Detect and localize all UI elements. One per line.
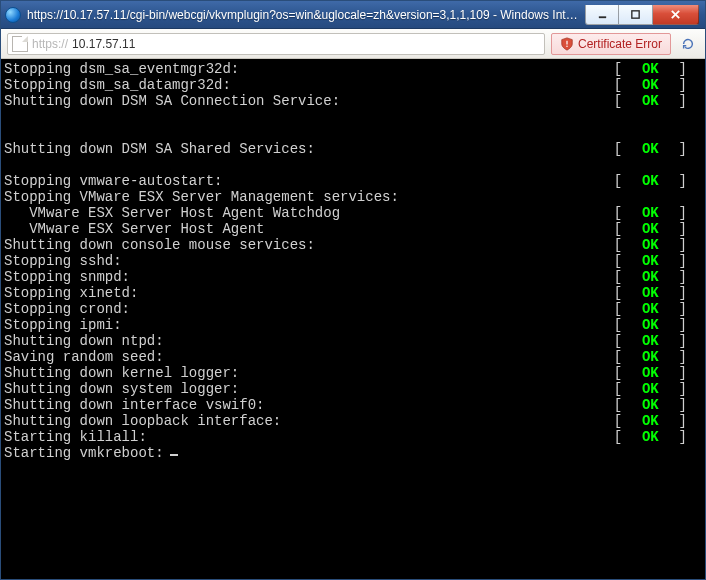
browser-toolbar: https:// 10.17.57.11 Certificate Error xyxy=(1,29,705,59)
terminal-text: Shutting down console mouse services: xyxy=(4,237,315,253)
terminal-text: Shutting down interface vswif0: xyxy=(4,397,264,413)
terminal-text: Stopping dsm_sa_eventmgr32d: xyxy=(4,61,239,77)
refresh-button[interactable] xyxy=(677,33,699,55)
svg-rect-1 xyxy=(632,10,639,17)
terminal-text: Stopping xinetd: xyxy=(4,285,138,301)
terminal-text: Shutting down loopback interface: xyxy=(4,413,281,429)
ie-icon xyxy=(5,7,21,23)
terminal-cursor xyxy=(170,454,178,456)
terminal-text: VMware ESX Server Host Agent Watchdog xyxy=(4,205,340,221)
terminal-line: Shutting down loopback interface:[ OK ] xyxy=(4,413,701,429)
terminal-status: [ OK ] xyxy=(614,429,701,445)
terminal-text: Stopping dsm_sa_datamgr32d: xyxy=(4,77,231,93)
terminal-status: [ OK ] xyxy=(614,141,701,157)
terminal-text xyxy=(4,125,12,141)
url-host: 10.17.57.11 xyxy=(72,37,135,51)
terminal-text: Saving random seed: xyxy=(4,349,164,365)
terminal-text: Shutting down system logger: xyxy=(4,381,239,397)
terminal-line: Stopping crond:[ OK ] xyxy=(4,301,701,317)
window-title: https://10.17.57.11/cgi-bin/webcgi/vkvmp… xyxy=(27,8,579,22)
terminal-line: Saving random seed:[ OK ] xyxy=(4,349,701,365)
terminal-text: Stopping sshd: xyxy=(4,253,122,269)
certificate-error-label: Certificate Error xyxy=(578,37,662,51)
terminal-text: Stopping ipmi: xyxy=(4,317,122,333)
window-minimize-button[interactable] xyxy=(585,5,619,25)
terminal-text: Stopping crond: xyxy=(4,301,130,317)
terminal-status: [ OK ] xyxy=(614,77,701,93)
terminal-line: Stopping snmpd:[ OK ] xyxy=(4,269,701,285)
terminal-line: Stopping dsm_sa_eventmgr32d:[ OK ] xyxy=(4,61,701,77)
refresh-icon xyxy=(681,37,695,51)
terminal-status: [ OK ] xyxy=(614,93,701,109)
terminal-line: Starting vmkreboot: xyxy=(4,445,701,461)
terminal-status: [ OK ] xyxy=(614,221,701,237)
terminal-status: [ OK ] xyxy=(614,381,701,397)
address-bar[interactable]: https:// 10.17.57.11 xyxy=(7,33,545,55)
terminal-status: [ OK ] xyxy=(614,269,701,285)
terminal-text: Stopping snmpd: xyxy=(4,269,130,285)
terminal-line: Shutting down DSM SA Shared Services:[ O… xyxy=(4,141,701,157)
terminal-line: Shutting down ntpd:[ OK ] xyxy=(4,333,701,349)
window-titlebar: https://10.17.57.11/cgi-bin/webcgi/vkvmp… xyxy=(1,1,705,29)
terminal-text: Shutting down DSM SA Shared Services: xyxy=(4,141,315,157)
terminal-status: [ OK ] xyxy=(614,365,701,381)
terminal-line: Starting killall:[ OK ] xyxy=(4,429,701,445)
terminal-line: Stopping dsm_sa_datamgr32d:[ OK ] xyxy=(4,77,701,93)
terminal-line: Shutting down system logger:[ OK ] xyxy=(4,381,701,397)
terminal-line xyxy=(4,125,701,141)
terminal-line: Stopping vmware-autostart:[ OK ] xyxy=(4,173,701,189)
terminal-status: [ OK ] xyxy=(614,285,701,301)
window-maximize-button[interactable] xyxy=(619,5,653,25)
terminal-text: Stopping vmware-autostart: xyxy=(4,173,222,189)
url-scheme: https:// xyxy=(32,37,68,51)
terminal-status: [ OK ] xyxy=(614,173,701,189)
terminal-line: Stopping VMware ESX Server Management se… xyxy=(4,189,701,205)
minimize-icon xyxy=(597,9,608,20)
svg-rect-5 xyxy=(566,40,567,44)
terminal-text: Starting killall: xyxy=(4,429,147,445)
terminal-status: [ OK ] xyxy=(614,317,701,333)
terminal-status: [ OK ] xyxy=(614,333,701,349)
terminal-line: Stopping xinetd:[ OK ] xyxy=(4,285,701,301)
terminal-status: [ OK ] xyxy=(614,253,701,269)
terminal-line xyxy=(4,109,701,125)
terminal-status: [ OK ] xyxy=(614,349,701,365)
terminal-line: Shutting down DSM SA Connection Service:… xyxy=(4,93,701,109)
terminal-line: Stopping ipmi:[ OK ] xyxy=(4,317,701,333)
terminal-status: [ OK ] xyxy=(614,301,701,317)
terminal-status: [ OK ] xyxy=(614,397,701,413)
terminal-line: Shutting down interface vswif0:[ OK ] xyxy=(4,397,701,413)
maximize-icon xyxy=(630,9,641,20)
terminal-status: [ OK ] xyxy=(614,413,701,429)
terminal-status: [ OK ] xyxy=(614,237,701,253)
terminal-text: Shutting down DSM SA Connection Service: xyxy=(4,93,340,109)
certificate-error-button[interactable]: Certificate Error xyxy=(551,33,671,55)
terminal-text xyxy=(4,109,12,125)
terminal-line: Shutting down kernel logger:[ OK ] xyxy=(4,365,701,381)
terminal-line: VMware ESX Server Host Agent[ OK ] xyxy=(4,221,701,237)
terminal-status: [ OK ] xyxy=(614,205,701,221)
window-close-button[interactable] xyxy=(653,5,699,25)
terminal-output: Stopping dsm_sa_eventmgr32d:[ OK ]Stoppi… xyxy=(1,59,705,579)
page-icon xyxy=(12,36,28,52)
terminal-line: VMware ESX Server Host Agent Watchdog[ O… xyxy=(4,205,701,221)
shield-warning-icon xyxy=(560,37,574,51)
terminal-line: Stopping sshd:[ OK ] xyxy=(4,253,701,269)
close-icon xyxy=(670,9,681,20)
terminal-status: [ OK ] xyxy=(614,61,701,77)
browser-window: https://10.17.57.11/cgi-bin/webcgi/vkvmp… xyxy=(0,0,706,580)
terminal-text: Starting vmkreboot: xyxy=(4,445,178,461)
svg-point-4 xyxy=(566,45,568,47)
terminal-text: Stopping VMware ESX Server Management se… xyxy=(4,189,399,205)
terminal-line: Shutting down console mouse services:[ O… xyxy=(4,237,701,253)
terminal-text: VMware ESX Server Host Agent xyxy=(4,221,264,237)
terminal-text xyxy=(4,157,12,173)
terminal-text: Shutting down kernel logger: xyxy=(4,365,239,381)
terminal-text: Shutting down ntpd: xyxy=(4,333,164,349)
window-buttons xyxy=(585,5,699,25)
terminal-line xyxy=(4,157,701,173)
